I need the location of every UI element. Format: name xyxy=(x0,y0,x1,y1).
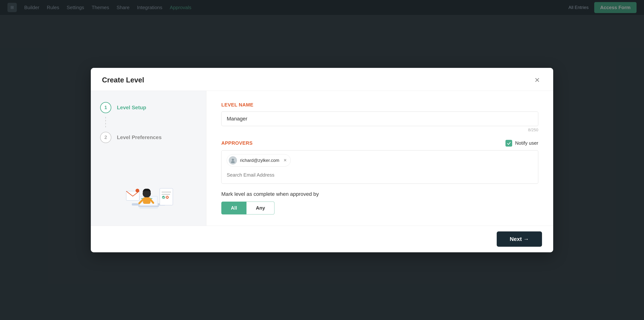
approver-tag: richard@zylker.com ✕ xyxy=(227,154,291,166)
create-level-modal: Create Level ✕ 1 Level Setup 2 Level Pr xyxy=(91,68,553,252)
svg-rect-8 xyxy=(143,197,150,204)
approver-avatar xyxy=(229,156,237,164)
toggle-any-button[interactable]: Any xyxy=(246,202,274,214)
svg-point-19 xyxy=(136,189,139,192)
step-2-item: 2 Level Preferences xyxy=(100,132,197,143)
svg-point-20 xyxy=(232,159,234,161)
svg-point-21 xyxy=(231,161,235,163)
close-button[interactable]: ✕ xyxy=(532,75,542,85)
modal-header: Create Level ✕ xyxy=(91,68,553,91)
approver-remove-button[interactable]: ✕ xyxy=(284,158,287,163)
modal-body: 1 Level Setup 2 Level Preferences xyxy=(91,91,553,226)
svg-rect-6 xyxy=(138,206,159,207)
approvers-header: Approvers Notify user xyxy=(221,140,538,146)
approver-email: richard@zylker.com xyxy=(240,158,279,163)
modal-sidebar: 1 Level Setup 2 Level Preferences xyxy=(91,91,206,226)
level-name-input[interactable] xyxy=(221,112,538,126)
mark-complete-label: Mark level as complete when approved by xyxy=(221,191,538,197)
search-email-input[interactable] xyxy=(227,170,533,180)
avatar-icon xyxy=(230,158,236,163)
step-1-label[interactable]: Level Setup xyxy=(117,104,146,110)
modal-title: Create Level xyxy=(102,76,144,84)
step-2-number: 2 xyxy=(104,134,107,140)
step-2-label[interactable]: Level Preferences xyxy=(117,134,162,140)
notify-user-wrap: Notify user xyxy=(506,140,538,146)
toggle-group: All Any xyxy=(221,202,538,214)
modal-main: Level Name 8/250 Approvers Notify user xyxy=(206,91,553,226)
checkmark-icon xyxy=(507,141,511,145)
sidebar-illustration xyxy=(100,177,197,214)
illustration-svg xyxy=(121,177,176,214)
next-button[interactable]: Next → xyxy=(497,232,542,247)
approvers-label: Approvers xyxy=(221,140,253,146)
char-count: 8/250 xyxy=(221,128,538,132)
toggle-all-button[interactable]: All xyxy=(221,202,246,214)
modal-overlay: Create Level ✕ 1 Level Setup 2 Level Pr xyxy=(0,0,644,320)
notify-user-label: Notify user xyxy=(515,140,538,146)
modal-footer: Next → xyxy=(91,226,553,252)
step-1-circle: 1 xyxy=(100,102,111,113)
notify-user-checkbox[interactable] xyxy=(506,140,512,146)
approvers-box: richard@zylker.com ✕ xyxy=(221,150,538,184)
step-1-item: 1 Level Setup xyxy=(100,102,197,113)
level-name-label: Level Name xyxy=(221,102,538,108)
step-1-number: 1 xyxy=(104,104,107,110)
step-connector xyxy=(105,117,106,128)
svg-point-14 xyxy=(162,196,165,199)
step-2-circle: 2 xyxy=(100,132,111,143)
